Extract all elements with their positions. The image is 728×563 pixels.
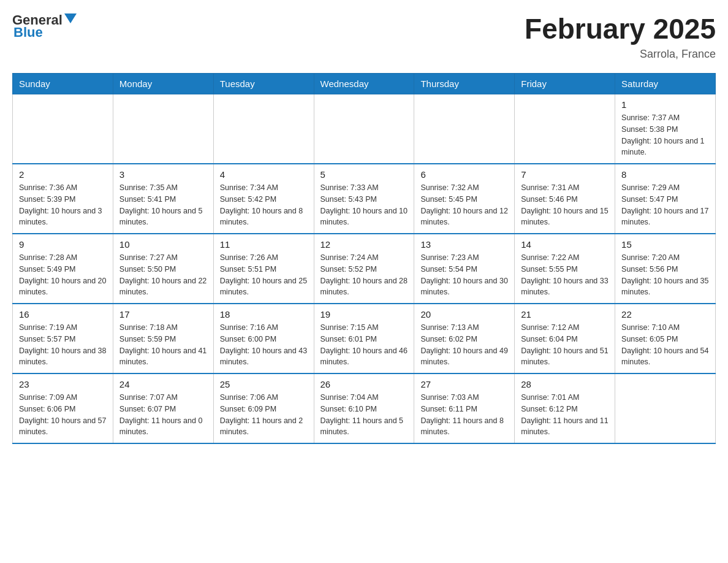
logo-arrow-icon xyxy=(64,13,77,26)
calendar-week-4: 16Sunrise: 7:19 AMSunset: 5:57 PMDayligh… xyxy=(13,304,716,373)
day-number: 15 xyxy=(621,239,709,250)
calendar-cell: 27Sunrise: 7:03 AMSunset: 6:11 PMDayligh… xyxy=(414,373,515,443)
day-info: Sunrise: 7:03 AMSunset: 6:11 PMDaylight:… xyxy=(420,392,508,438)
page-header: General Blue February 2025 Sarrola, Fran… xyxy=(12,12,716,61)
day-number: 7 xyxy=(521,169,609,180)
day-number: 28 xyxy=(521,379,609,389)
day-info: Sunrise: 7:01 AMSunset: 6:12 PMDaylight:… xyxy=(521,392,609,438)
day-number: 9 xyxy=(19,239,107,250)
day-info: Sunrise: 7:34 AMSunset: 5:42 PMDaylight:… xyxy=(220,182,308,228)
day-number: 10 xyxy=(119,239,207,250)
day-info: Sunrise: 7:04 AMSunset: 6:10 PMDaylight:… xyxy=(320,392,408,438)
calendar-week-3: 9Sunrise: 7:28 AMSunset: 5:49 PMDaylight… xyxy=(13,234,716,304)
day-info: Sunrise: 7:12 AMSunset: 6:04 PMDaylight:… xyxy=(521,322,609,368)
day-info: Sunrise: 7:10 AMSunset: 6:05 PMDaylight:… xyxy=(621,322,709,368)
calendar-cell: 10Sunrise: 7:27 AMSunset: 5:50 PMDayligh… xyxy=(113,234,213,304)
day-number: 4 xyxy=(220,169,308,180)
day-number: 3 xyxy=(119,169,207,180)
day-info: Sunrise: 7:07 AMSunset: 6:07 PMDaylight:… xyxy=(119,392,207,438)
day-number: 8 xyxy=(621,169,709,180)
day-info: Sunrise: 7:09 AMSunset: 6:06 PMDaylight:… xyxy=(19,392,107,438)
day-number: 1 xyxy=(621,99,709,110)
calendar-cell: 16Sunrise: 7:19 AMSunset: 5:57 PMDayligh… xyxy=(13,304,113,373)
day-number: 20 xyxy=(420,309,508,320)
calendar-cell xyxy=(515,94,615,164)
calendar-cell: 3Sunrise: 7:35 AMSunset: 5:41 PMDaylight… xyxy=(113,164,213,234)
day-number: 19 xyxy=(320,309,408,320)
day-number: 11 xyxy=(220,239,308,250)
weekday-header-saturday: Saturday xyxy=(615,74,716,94)
calendar-cell xyxy=(213,94,314,164)
calendar-cell: 12Sunrise: 7:24 AMSunset: 5:52 PMDayligh… xyxy=(314,234,414,304)
logo: General Blue xyxy=(12,12,77,40)
calendar-cell: 23Sunrise: 7:09 AMSunset: 6:06 PMDayligh… xyxy=(13,373,113,443)
day-info: Sunrise: 7:26 AMSunset: 5:51 PMDaylight:… xyxy=(220,252,308,298)
day-info: Sunrise: 7:06 AMSunset: 6:09 PMDaylight:… xyxy=(220,392,308,438)
weekday-header-friday: Friday xyxy=(515,74,615,94)
calendar-cell: 19Sunrise: 7:15 AMSunset: 6:01 PMDayligh… xyxy=(314,304,414,373)
day-number: 14 xyxy=(521,239,609,250)
calendar-cell: 6Sunrise: 7:32 AMSunset: 5:45 PMDaylight… xyxy=(414,164,515,234)
calendar-body: 1Sunrise: 7:37 AMSunset: 5:38 PMDaylight… xyxy=(13,94,716,444)
calendar-week-1: 1Sunrise: 7:37 AMSunset: 5:38 PMDaylight… xyxy=(13,94,716,164)
calendar-cell xyxy=(113,94,213,164)
calendar-cell: 14Sunrise: 7:22 AMSunset: 5:55 PMDayligh… xyxy=(515,234,615,304)
calendar-cell: 2Sunrise: 7:36 AMSunset: 5:39 PMDaylight… xyxy=(13,164,113,234)
weekday-header-sunday: Sunday xyxy=(13,74,113,94)
day-number: 24 xyxy=(119,379,207,389)
calendar-header: SundayMondayTuesdayWednesdayThursdayFrid… xyxy=(13,74,716,94)
weekday-header-thursday: Thursday xyxy=(414,74,515,94)
day-info: Sunrise: 7:24 AMSunset: 5:52 PMDaylight:… xyxy=(320,252,408,298)
day-info: Sunrise: 7:29 AMSunset: 5:47 PMDaylight:… xyxy=(621,182,709,228)
calendar-cell: 21Sunrise: 7:12 AMSunset: 6:04 PMDayligh… xyxy=(515,304,615,373)
calendar-cell xyxy=(13,94,113,164)
day-info: Sunrise: 7:33 AMSunset: 5:43 PMDaylight:… xyxy=(320,182,408,228)
calendar-week-5: 23Sunrise: 7:09 AMSunset: 6:06 PMDayligh… xyxy=(13,373,716,443)
day-info: Sunrise: 7:27 AMSunset: 5:50 PMDaylight:… xyxy=(119,252,207,298)
calendar-cell: 1Sunrise: 7:37 AMSunset: 5:38 PMDaylight… xyxy=(615,94,716,164)
calendar-cell: 17Sunrise: 7:18 AMSunset: 5:59 PMDayligh… xyxy=(113,304,213,373)
calendar-cell: 18Sunrise: 7:16 AMSunset: 6:00 PMDayligh… xyxy=(213,304,314,373)
calendar-cell: 28Sunrise: 7:01 AMSunset: 6:12 PMDayligh… xyxy=(515,373,615,443)
calendar-cell: 24Sunrise: 7:07 AMSunset: 6:07 PMDayligh… xyxy=(113,373,213,443)
day-info: Sunrise: 7:37 AMSunset: 5:38 PMDaylight:… xyxy=(621,112,709,158)
calendar-cell: 25Sunrise: 7:06 AMSunset: 6:09 PMDayligh… xyxy=(213,373,314,443)
day-number: 25 xyxy=(220,379,308,389)
calendar-cell: 13Sunrise: 7:23 AMSunset: 5:54 PMDayligh… xyxy=(414,234,515,304)
day-info: Sunrise: 7:22 AMSunset: 5:55 PMDaylight:… xyxy=(521,252,609,298)
day-info: Sunrise: 7:35 AMSunset: 5:41 PMDaylight:… xyxy=(119,182,207,228)
calendar-cell: 9Sunrise: 7:28 AMSunset: 5:49 PMDaylight… xyxy=(13,234,113,304)
day-info: Sunrise: 7:28 AMSunset: 5:49 PMDaylight:… xyxy=(19,252,107,298)
day-number: 5 xyxy=(320,169,408,180)
day-info: Sunrise: 7:32 AMSunset: 5:45 PMDaylight:… xyxy=(420,182,508,228)
day-number: 27 xyxy=(420,379,508,389)
day-info: Sunrise: 7:15 AMSunset: 6:01 PMDaylight:… xyxy=(320,322,408,368)
day-number: 16 xyxy=(19,309,107,320)
calendar-cell: 7Sunrise: 7:31 AMSunset: 5:46 PMDaylight… xyxy=(515,164,615,234)
day-number: 12 xyxy=(320,239,408,250)
day-number: 6 xyxy=(420,169,508,180)
calendar-cell: 11Sunrise: 7:26 AMSunset: 5:51 PMDayligh… xyxy=(213,234,314,304)
day-info: Sunrise: 7:20 AMSunset: 5:56 PMDaylight:… xyxy=(621,252,709,298)
title-section: February 2025 Sarrola, France xyxy=(525,12,716,61)
day-number: 18 xyxy=(220,309,308,320)
day-info: Sunrise: 7:19 AMSunset: 5:57 PMDaylight:… xyxy=(19,322,107,368)
calendar-cell: 22Sunrise: 7:10 AMSunset: 6:05 PMDayligh… xyxy=(615,304,716,373)
calendar-cell: 26Sunrise: 7:04 AMSunset: 6:10 PMDayligh… xyxy=(314,373,414,443)
calendar-cell xyxy=(414,94,515,164)
location: Sarrola, France xyxy=(525,48,716,61)
day-number: 13 xyxy=(420,239,508,250)
day-info: Sunrise: 7:18 AMSunset: 5:59 PMDaylight:… xyxy=(119,322,207,368)
calendar-cell: 4Sunrise: 7:34 AMSunset: 5:42 PMDaylight… xyxy=(213,164,314,234)
calendar-cell: 5Sunrise: 7:33 AMSunset: 5:43 PMDaylight… xyxy=(314,164,414,234)
calendar-cell xyxy=(615,373,716,443)
day-number: 23 xyxy=(19,379,107,389)
month-title: February 2025 xyxy=(525,12,716,45)
weekday-header-monday: Monday xyxy=(113,74,213,94)
weekday-header-wednesday: Wednesday xyxy=(314,74,414,94)
calendar-cell xyxy=(314,94,414,164)
weekday-header-tuesday: Tuesday xyxy=(213,74,314,94)
logo-blue: Blue xyxy=(13,25,43,40)
calendar-cell: 20Sunrise: 7:13 AMSunset: 6:02 PMDayligh… xyxy=(414,304,515,373)
day-info: Sunrise: 7:13 AMSunset: 6:02 PMDaylight:… xyxy=(420,322,508,368)
